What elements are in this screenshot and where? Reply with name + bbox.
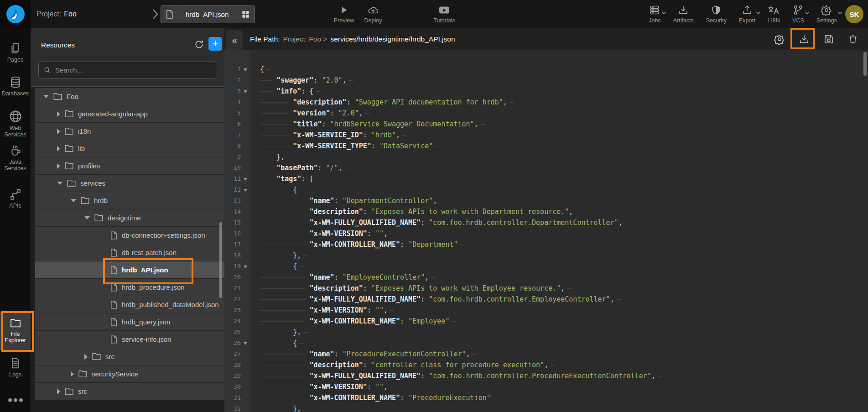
collapse-arrow-icon[interactable]: [57, 129, 60, 134]
code-line-19[interactable]: 19 {–: [224, 261, 868, 272]
code-editor[interactable]: 1{–2 "swagger": "2.0",–3 "info": {–4 "de…: [224, 50, 868, 412]
code-line-4[interactable]: 4 "description": "Swagger API documentat…: [224, 97, 868, 108]
sidebar-item-apis[interactable]: APIs: [0, 186, 31, 209]
topbar-item-deploy[interactable]: Deploy: [360, 4, 386, 24]
tree-file-hrdb_API.json[interactable]: hrdb_API.json: [35, 261, 224, 279]
topbar-item-i18n[interactable]: I18N: [768, 4, 780, 24]
fold-caret-icon[interactable]: [244, 90, 247, 93]
open-file-tab[interactable]: hrdb_API.json: [161, 5, 255, 23]
fold-caret-icon[interactable]: [244, 266, 247, 268]
tree-folder-src[interactable]: src: [35, 383, 224, 400]
sidebar-item-more[interactable]: [0, 396, 31, 402]
topbar-item-security[interactable]: Security: [706, 4, 727, 24]
tree-file-hrdb_published_dataModel.json[interactable]: hrdb_published_dataModel.json: [35, 296, 224, 313]
code-line-23[interactable]: 23 "x-WM-VERSION": "",–: [224, 305, 868, 316]
code-line-22[interactable]: 22 "x-WM-FULLY_QUALIFIED_NAME": "com.foo…: [224, 294, 868, 305]
topbar-item-artifacts[interactable]: Artifacts: [673, 4, 694, 24]
tree-folder-Foo[interactable]: Foo: [35, 88, 224, 105]
resources-scrollbar[interactable]: [219, 222, 222, 298]
sidebar-item-java-services[interactable]: Java Services: [0, 142, 31, 172]
collapse-arrow-icon[interactable]: [57, 146, 60, 151]
collapse-arrow-icon[interactable]: [84, 354, 88, 360]
code-line-18[interactable]: 18 },–: [224, 250, 868, 261]
code-line-2[interactable]: 2 "swagger": "2.0",–: [224, 75, 868, 86]
code-line-20[interactable]: 20 "name": "EmployeeController",–: [224, 272, 868, 283]
code-line-28[interactable]: 28 "description": "controller class for …: [224, 360, 868, 370]
expand-arrow-icon[interactable]: [71, 199, 76, 202]
code-line-30[interactable]: 30 "x-WM-VERSION": "",–: [224, 381, 868, 392]
save-button[interactable]: [823, 34, 834, 45]
collapse-arrow-icon[interactable]: [71, 371, 74, 377]
code-line-14[interactable]: 14 "description": "Exposes APIs to work …: [224, 206, 868, 217]
topbar-item-export[interactable]: Export: [739, 4, 755, 24]
code-line-3[interactable]: 3 "info": {–: [224, 86, 868, 97]
code-line-7[interactable]: 7 "x-WM-SERVICE_ID": "hrdb",–: [224, 130, 868, 141]
code-line-24[interactable]: 24 "x-WM-CONTROLLER_NAME": "Employee"–: [224, 316, 868, 327]
tree-folder-lib[interactable]: lib: [35, 140, 224, 157]
code-line-11[interactable]: 11 "tags": [–: [224, 173, 868, 184]
code-line-12[interactable]: 12 {–: [224, 184, 868, 195]
tree-folder-securityService[interactable]: securityService: [35, 365, 224, 383]
editor-lines[interactable]: 1{–2 "swagger": "2.0",–3 "info": {–4 "de…: [224, 64, 868, 412]
tree-folder-services[interactable]: services: [35, 175, 224, 192]
wavemaker-logo[interactable]: [0, 0, 31, 28]
search-input[interactable]: [55, 66, 212, 74]
topbar-item-tutorials[interactable]: Tutorials: [431, 4, 457, 24]
tree-folder-hrdb[interactable]: hrdb: [35, 192, 224, 209]
topbar-item-preview[interactable]: Preview: [331, 4, 357, 24]
code-line-13[interactable]: 13 "name": "DepartmentController",–: [224, 195, 868, 206]
collapse-arrow-icon[interactable]: [57, 111, 60, 117]
topbar-item-settings[interactable]: Settings: [816, 4, 837, 24]
fold-caret-icon[interactable]: [244, 342, 247, 345]
sidebar-item-databases[interactable]: Databases: [0, 74, 31, 97]
tree-file-hrdb_procedure.json[interactable]: hrdb_procedure.json: [35, 279, 224, 296]
tree-folder-src[interactable]: src: [35, 348, 224, 365]
sidebar-item-pages[interactable]: Pages: [0, 40, 31, 63]
expand-arrow-icon[interactable]: [43, 95, 49, 98]
code-line-31[interactable]: 31 "x-WM-CONTROLLER_NAME": "ProcedureExe…: [224, 392, 868, 403]
tree-file-hrdb_query.json[interactable]: hrdb_query.json: [35, 313, 224, 331]
expand-arrow-icon[interactable]: [84, 216, 90, 219]
code-line-32[interactable]: 32 },–: [224, 403, 868, 412]
user-avatar[interactable]: SK: [845, 5, 863, 23]
fold-caret-icon[interactable]: [244, 178, 247, 181]
code-line-10[interactable]: 10 "basePath": "/",–: [224, 162, 868, 173]
tree-file-db-rest-patch.json[interactable]: db-rest-patch.json: [35, 244, 224, 261]
code-line-15[interactable]: 15 "x-WM-FULLY_QUALIFIED_NAME": "com.foo…: [224, 217, 868, 228]
fold-caret-icon[interactable]: [244, 68, 247, 71]
code-line-17[interactable]: 17 "x-WM-CONTROLLER_NAME": "Department"–: [224, 239, 868, 250]
code-line-6[interactable]: 6 "title": "hrdbService Swagger Document…: [224, 119, 868, 130]
code-line-1[interactable]: 1{–: [224, 64, 868, 75]
refresh-icon[interactable]: [194, 39, 204, 50]
editor-scrollbar[interactable]: [863, 52, 867, 76]
tree-folder-profiles[interactable]: profiles: [35, 157, 224, 175]
tree-file-db-connection-settings.json[interactable]: db-connection-settings.json: [35, 227, 224, 244]
sidebar-item-logs[interactable]: Logs: [0, 355, 31, 378]
fold-caret-icon[interactable]: [244, 189, 247, 192]
settings-button[interactable]: [774, 34, 785, 45]
sidebar-item-web-services[interactable]: Web Services: [0, 108, 31, 138]
code-line-26[interactable]: 26 {–: [224, 338, 868, 349]
add-resource-button[interactable]: +: [208, 37, 222, 51]
sidebar-item-file-explorer[interactable]: File Explorer: [0, 312, 31, 350]
code-line-25[interactable]: 25 },–: [224, 327, 868, 338]
code-line-5[interactable]: 5 "version": "2.0",–: [224, 108, 868, 119]
topbar-item-jobs[interactable]: Jobs: [649, 4, 660, 24]
tree-folder-generated-angular-app[interactable]: generated-angular-app: [35, 105, 224, 123]
grid-view-icon[interactable]: [241, 10, 250, 19]
tree-file-service-info.json[interactable]: service-info.json: [35, 331, 224, 348]
code-line-27[interactable]: 27 "name": "ProcedureExecutionController…: [224, 349, 868, 360]
search-box[interactable]: [38, 62, 217, 78]
code-line-16[interactable]: 16 "x-WM-VERSION": "",–: [224, 228, 868, 239]
tree-folder-i18n[interactable]: i18n: [35, 123, 224, 140]
code-line-21[interactable]: 21 "description": "Exposes APIs to work …: [224, 283, 868, 294]
collapse-arrow-icon[interactable]: [57, 163, 60, 169]
code-line-8[interactable]: 8 "x-WM-SERVICE_TYPE": "DataService"–: [224, 141, 868, 151]
download-button[interactable]: [799, 34, 810, 45]
tree-folder-designtime[interactable]: designtime: [35, 209, 224, 227]
topbar-item-vcs[interactable]: VCS: [792, 4, 804, 24]
expand-arrow-icon[interactable]: [57, 182, 62, 185]
delete-button[interactable]: [848, 34, 858, 45]
code-line-9[interactable]: 9 },–: [224, 151, 868, 162]
collapse-arrow-icon[interactable]: [57, 389, 60, 394]
